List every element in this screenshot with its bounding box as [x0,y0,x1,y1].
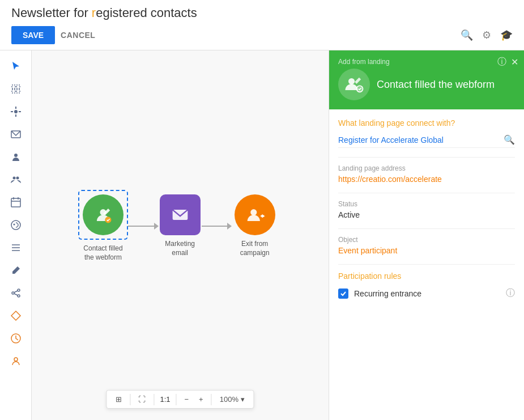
participation-section: Participation rules Recurring entrance ⓘ [338,271,515,299]
landing-name-value[interactable]: Register for Accelerate Global [338,135,504,145]
canvas-toolbar: ⊞ ⛶ 1:1 − + 100% ▾ [106,390,254,409]
sidebar-item-diamond[interactable] [6,306,26,326]
svg-point-29 [14,358,18,361]
sidebar-item-contacts[interactable] [6,147,26,167]
cancel-button[interactable]: CANCEL [61,31,95,40]
svg-rect-1 [16,85,20,88]
panel-header-actions: ⓘ ✕ [497,56,518,68]
status-field: Status Active [338,200,515,219]
sidebar-item-email[interactable] [6,124,26,145]
header-actions: SAVE CANCEL 🔍 ⚙ 🎓 [11,26,513,50]
node-icon-contact [83,194,123,235]
page-title: Newsletter for registered contacts [11,6,513,20]
zoom-in-button[interactable]: + [194,393,208,406]
header-icons: 🔍 ⚙ 🎓 [461,29,513,41]
object-field: Object Event participant [338,236,515,255]
svg-rect-13 [11,198,20,207]
grid-button[interactable]: ⊞ [111,393,126,406]
landing-search-icon[interactable]: 🔍 [504,134,515,145]
svg-point-4 [14,110,18,113]
connector-2 [202,223,232,230]
landing-address-label: Landing page address [338,164,515,172]
svg-point-11 [12,177,15,180]
svg-point-18 [13,224,15,226]
panel-header-icon [338,69,370,100]
sidebar-item-list[interactable] [6,237,26,258]
svg-line-26 [14,294,18,295]
flow-diagram: Contact filled the webform Marketing ema… [78,190,278,262]
svg-point-12 [16,177,19,180]
node-exit-campaign[interactable]: Exit from campaign [232,194,278,257]
fit-button[interactable]: ⛶ [134,393,150,406]
panel-header-subtitle: Add from landing [338,58,390,66]
sidebar-item-crosshair[interactable] [6,101,26,122]
save-button[interactable]: SAVE [11,26,55,44]
node-icon-exit [235,194,275,235]
sidebar [0,50,32,420]
svg-rect-2 [12,90,15,93]
landing-section-title: What landing page connect with? [338,118,515,128]
status-label: Status [338,200,515,208]
recurring-label: Recurring entrance [354,289,500,298]
node-icon-email [160,194,201,235]
node-contact-filled[interactable]: Contact filled the webform [78,190,128,262]
svg-rect-3 [16,90,20,93]
recurring-checkbox[interactable] [338,289,348,299]
sidebar-item-group[interactable] [6,169,26,190]
panel-content: What landing page connect with? Register… [329,109,524,420]
settings-icon[interactable]: ⚙ [482,29,491,41]
search-icon[interactable]: 🔍 [461,29,473,41]
landing-name-field: Register for Accelerate Global 🔍 [338,134,515,148]
svg-point-10 [14,154,18,157]
node-label-contact: Contact filled the webform [78,244,128,262]
sidebar-item-cursor[interactable] [6,56,26,77]
node-label-exit: Exit from campaign [232,240,278,257]
svg-point-17 [11,220,20,230]
sidebar-item-selection[interactable] [6,79,26,99]
svg-point-22 [12,292,14,294]
sidebar-item-person[interactable] [6,351,26,371]
svg-marker-27 [11,311,20,320]
zoom-out-button[interactable]: − [180,393,194,406]
object-value: Event participant [338,246,515,255]
svg-line-25 [14,291,18,292]
right-panel: Add from landing Contact filled the webf… [329,50,524,420]
page-header: Newsletter for registered contacts SAVE … [0,0,524,50]
zoom-dropdown-button[interactable]: 100% ▾ [215,393,249,406]
panel-header-title: Contact filled the webform [377,79,515,91]
sidebar-item-nodes[interactable] [6,283,26,303]
landing-address-value: https://creatio.com/accelerate [338,175,515,184]
help-icon[interactable]: 🎓 [500,29,513,41]
panel-info-button[interactable]: ⓘ [497,56,506,68]
panel-header: Add from landing Contact filled the webf… [329,50,524,109]
landing-address-field: Landing page address https://creatio.com… [338,164,515,184]
ratio-label: 1:1 [157,395,172,404]
svg-point-34 [348,78,355,84]
node-marketing-email[interactable]: Marketing email [159,194,202,257]
node-label-email: Marketing email [159,240,202,257]
svg-point-33 [250,209,257,215]
sidebar-item-calendar[interactable] [6,192,26,213]
svg-point-23 [18,289,20,291]
connector-1 [128,223,159,230]
sidebar-item-marketing[interactable] [6,215,26,235]
participation-section-title: Participation rules [338,271,515,281]
panel-close-button[interactable]: ✕ [511,56,518,68]
status-value: Active [338,210,515,219]
svg-point-24 [18,295,20,297]
canvas-area[interactable]: Contact filled the webform Marketing ema… [32,50,329,420]
svg-rect-0 [12,85,15,88]
recurring-entrance-row: Recurring entrance ⓘ [338,287,515,299]
sidebar-item-edit[interactable] [6,260,26,281]
recurring-info-icon[interactable]: ⓘ [506,287,515,299]
main-area: Contact filled the webform Marketing ema… [0,50,524,420]
sidebar-item-clock[interactable] [6,328,26,349]
object-label: Object [338,236,515,244]
